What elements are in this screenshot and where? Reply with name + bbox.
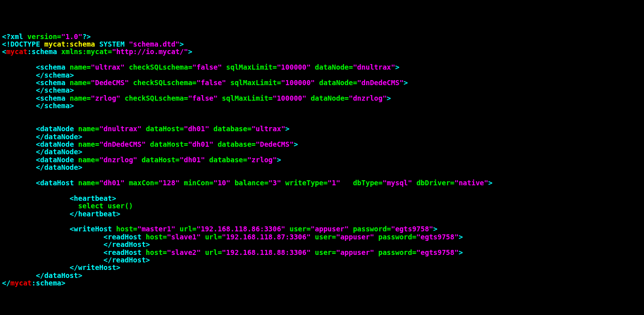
- datanode-close: </dataNode>: [36, 148, 82, 156]
- readhost-slave2: <readHost host="slave2" url="192.168.118…: [103, 248, 463, 256]
- datanode-ultrax: <dataNode name="dnultrax" dataHost="dh01…: [36, 125, 289, 133]
- schema-zrlog: <schema name="zrlog" checkSQLschema="fal…: [36, 94, 391, 102]
- xml-code-block: <?xml version="1.0"?> <!DOCTYPE mycat:sc…: [2, 33, 642, 287]
- readhost-close: </readHost>: [103, 256, 150, 264]
- schema-ultrax: <schema name="ultrax" checkSQLschema="fa…: [36, 63, 399, 71]
- datanode-dedecms: <dataNode name="dnDedeCMS" dataHost="dh0…: [36, 140, 298, 148]
- readhost-close: </readHost>: [103, 240, 150, 248]
- datanode-zrlog: <dataNode name="dnzrlog" dataHost="dh01"…: [36, 156, 281, 164]
- datahost-close: </dataHost>: [36, 271, 82, 279]
- root-open: <mycat:schema xmlns:mycat="http://io.myc…: [2, 48, 192, 56]
- writehost-open: <writeHost host="master1" url="192.168.1…: [70, 225, 437, 233]
- schema-close: </schema>: [36, 102, 74, 110]
- datanode-close: </dataNode>: [36, 133, 82, 141]
- schema-close: </schema>: [36, 86, 74, 94]
- heartbeat-text: select user(): [70, 202, 133, 210]
- heartbeat-open: <heartbeat>: [70, 194, 116, 202]
- schema-close: </schema>: [36, 71, 74, 79]
- datanode-close: </dataNode>: [36, 163, 82, 171]
- schema-dedecms: <schema name="DedeCMS" checkSQLschema="f…: [36, 79, 408, 87]
- datahost-open: <dataHost name="dh01" maxCon="128" minCo…: [36, 179, 492, 187]
- writehost-close: </writeHost>: [70, 263, 120, 271]
- xml-declaration: <?xml version="1.0"?>: [2, 33, 91, 41]
- doctype-line: <!DOCTYPE mycat:schema SYSTEM "schema.dt…: [2, 40, 184, 48]
- readhost-slave1: <readHost host="slave1" url="192.168.118…: [103, 233, 463, 241]
- root-close: </mycat:schema>: [2, 279, 65, 287]
- heartbeat-close: </heartbeat>: [70, 210, 120, 218]
